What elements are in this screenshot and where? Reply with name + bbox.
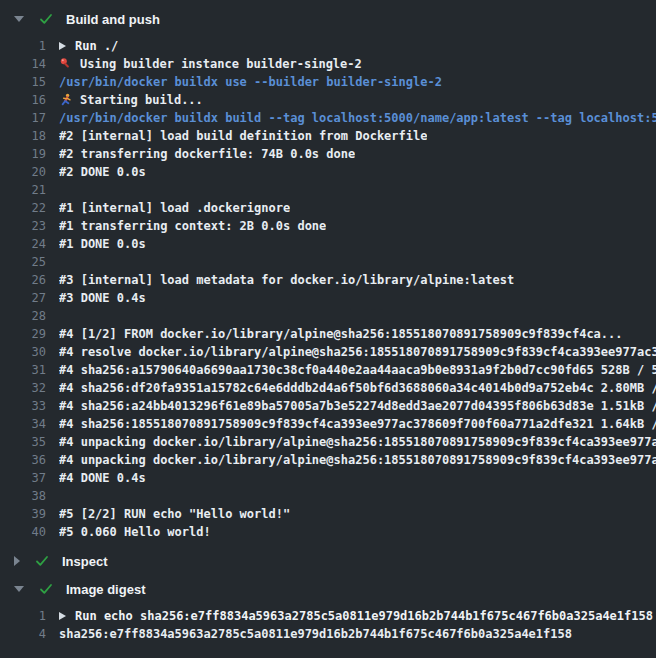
line-number[interactable]: 14 <box>0 55 46 73</box>
line-number[interactable]: 37 <box>0 469 46 487</box>
line-content: /usr/bin/docker buildx use --builder bui… <box>59 73 442 91</box>
line-text: Run ./ <box>75 37 118 55</box>
line-text: #4 unpacking docker.io/library/alpine@sh… <box>59 451 656 469</box>
check-icon <box>34 553 50 569</box>
line-number[interactable]: 34 <box>0 415 46 433</box>
check-icon <box>38 11 54 27</box>
line-content: #4 sha256:185518070891758909c9f839cf4ca3… <box>59 415 656 433</box>
line-text: Run echo sha256:e7ff8834a5963a2785c5a081… <box>75 607 653 625</box>
line-text: /usr/bin/docker buildx build --tag local… <box>59 109 656 127</box>
line-text: #4 sha256:a24bb4013296f61e89ba57005a7b3e… <box>59 397 656 415</box>
log-line: 15 /usr/bin/docker buildx use --builder … <box>0 73 656 91</box>
line-text: /usr/bin/docker buildx use --builder bui… <box>59 73 442 91</box>
line-number[interactable]: 20 <box>0 163 46 181</box>
section-header-build-and-push[interactable]: Build and push <box>0 5 656 33</box>
line-number[interactable]: 29 <box>0 325 46 343</box>
section-header-image-digest[interactable]: Image digest <box>0 575 656 603</box>
line-content: #2 [internal] load build definition from… <box>59 127 427 145</box>
line-number[interactable]: 27 <box>0 289 46 307</box>
line-number[interactable]: 23 <box>0 217 46 235</box>
line-number[interactable]: 1 <box>0 37 46 55</box>
line-number[interactable]: 1 <box>0 607 46 625</box>
section-lines: 1 Run echo sha256:e7ff8834a5963a2785c5a0… <box>0 603 656 649</box>
chevron-down-icon <box>14 586 24 592</box>
log-line: 22 #1 [internal] load .dockerignore <box>0 199 656 217</box>
line-text: #2 [internal] load build definition from… <box>59 127 427 145</box>
chevron-right-icon <box>14 556 20 566</box>
line-content: #4 unpacking docker.io/library/alpine@sh… <box>59 433 656 451</box>
line-text: #1 DONE 0.0s <box>59 235 146 253</box>
section-title: Image digest <box>66 582 145 597</box>
line-text: #4 resolve docker.io/library/alpine@sha2… <box>59 343 656 361</box>
runner-icon <box>59 93 73 107</box>
line-text: #4 sha256:df20fa9351a15782c64e6dddb2d4a6… <box>59 379 656 397</box>
expander-icon[interactable] <box>59 42 66 50</box>
line-number[interactable]: 26 <box>0 271 46 289</box>
line-number[interactable]: 18 <box>0 127 46 145</box>
line-number[interactable]: 30 <box>0 343 46 361</box>
section-title: Build and push <box>66 12 160 27</box>
line-number[interactable]: 24 <box>0 235 46 253</box>
log-line: 33 #4 sha256:a24bb4013296f61e89ba57005a7… <box>0 397 656 415</box>
line-number[interactable]: 19 <box>0 145 46 163</box>
line-content: #1 [internal] load .dockerignore <box>59 199 290 217</box>
line-text: #2 DONE 0.0s <box>59 163 146 181</box>
line-number[interactable]: 25 <box>0 253 46 271</box>
expander-icon[interactable] <box>59 612 66 620</box>
line-text: #5 0.060 Hello world! <box>59 523 211 541</box>
line-number[interactable]: 28 <box>0 307 46 325</box>
line-text: #3 DONE 0.4s <box>59 289 146 307</box>
log-line: 14 Using builder instance builder-single… <box>0 55 656 73</box>
line-text: #1 transferring context: 2B 0.0s done <box>59 217 326 235</box>
line-content: sha256:e7ff8834a5963a2785c5a0811e979d16b… <box>59 625 572 643</box>
check-icon <box>38 581 54 597</box>
line-number[interactable]: 40 <box>0 523 46 541</box>
line-number[interactable]: 33 <box>0 397 46 415</box>
line-content: Using builder instance builder-single-2 <box>59 55 362 73</box>
log-line: 1 Run ./ <box>0 37 656 55</box>
log-line: 38 <box>0 487 656 505</box>
line-number[interactable]: 32 <box>0 379 46 397</box>
log-line: 25 <box>0 253 656 271</box>
line-text: #4 sha256:a15790640a6690aa1730c38cf0a440… <box>59 361 656 379</box>
workflow-log-viewer: Build and push 1 Run ./ 14 Using builder… <box>0 5 656 649</box>
log-line: 29 #4 [1/2] FROM docker.io/library/alpin… <box>0 325 656 343</box>
line-text: #5 [2/2] RUN echo "Hello world!" <box>59 505 290 523</box>
line-content: #2 transferring dockerfile: 74B 0.0s don… <box>59 145 355 163</box>
line-text: #4 [1/2] FROM docker.io/library/alpine@s… <box>59 325 623 343</box>
line-number[interactable]: 15 <box>0 73 46 91</box>
log-line: 35 #4 unpacking docker.io/library/alpine… <box>0 433 656 451</box>
section-title: Inspect <box>62 554 108 569</box>
line-content: #4 sha256:df20fa9351a15782c64e6dddb2d4a6… <box>59 379 656 397</box>
log-line: 36 #4 unpacking docker.io/library/alpine… <box>0 451 656 469</box>
log-line: 16 Starting build... <box>0 91 656 109</box>
log-line: 20 #2 DONE 0.0s <box>0 163 656 181</box>
line-number[interactable]: 4 <box>0 625 46 643</box>
log-line: 34 #4 sha256:185518070891758909c9f839cf4… <box>0 415 656 433</box>
log-line: 28 <box>0 307 656 325</box>
line-number[interactable]: 35 <box>0 433 46 451</box>
log-line: 32 #4 sha256:df20fa9351a15782c64e6dddb2d… <box>0 379 656 397</box>
line-number[interactable]: 38 <box>0 487 46 505</box>
log-line: 31 #4 sha256:a15790640a6690aa1730c38cf0a… <box>0 361 656 379</box>
log-line: 1 Run echo sha256:e7ff8834a5963a2785c5a0… <box>0 607 656 625</box>
line-text: #2 transferring dockerfile: 74B 0.0s don… <box>59 145 355 163</box>
chevron-down-icon <box>14 16 24 22</box>
line-content: /usr/bin/docker buildx build --tag local… <box>59 109 656 127</box>
line-number[interactable]: 16 <box>0 91 46 109</box>
line-number[interactable]: 31 <box>0 361 46 379</box>
line-text: Starting build... <box>80 91 203 109</box>
line-number[interactable]: 17 <box>0 109 46 127</box>
line-number[interactable]: 36 <box>0 451 46 469</box>
line-content: #1 transferring context: 2B 0.0s done <box>59 217 326 235</box>
line-number[interactable]: 22 <box>0 199 46 217</box>
line-number[interactable]: 21 <box>0 181 46 199</box>
line-content: #4 resolve docker.io/library/alpine@sha2… <box>59 343 656 361</box>
line-text: #1 [internal] load .dockerignore <box>59 199 290 217</box>
section-header-inspect[interactable]: Inspect <box>0 547 656 575</box>
log-line: 17 /usr/bin/docker buildx build --tag lo… <box>0 109 656 127</box>
line-number[interactable]: 39 <box>0 505 46 523</box>
line-content: #4 [1/2] FROM docker.io/library/alpine@s… <box>59 325 623 343</box>
line-content: #4 unpacking docker.io/library/alpine@sh… <box>59 451 656 469</box>
log-line: 30 #4 resolve docker.io/library/alpine@s… <box>0 343 656 361</box>
